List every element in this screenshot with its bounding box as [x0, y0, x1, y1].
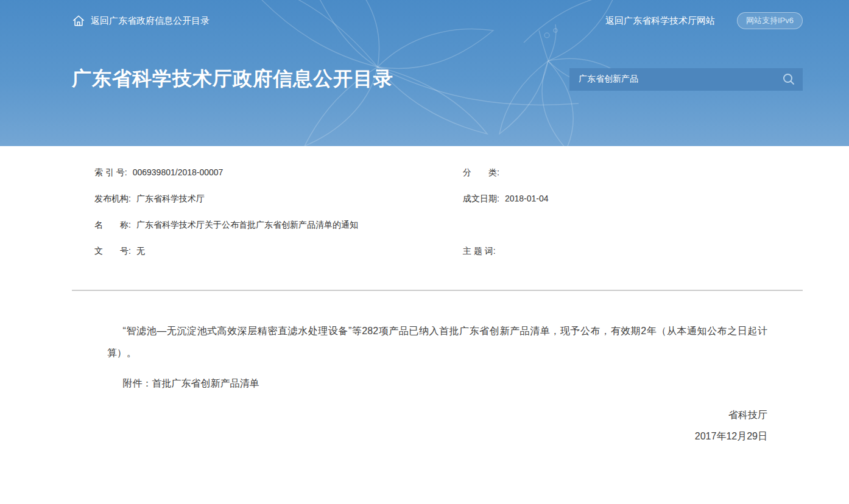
meta-row-subject-words: 主 题 词:: [463, 246, 803, 257]
signature-date: 2017年12月29日: [107, 425, 767, 447]
meta-value: 广东省科学技术厅: [136, 194, 205, 203]
search-button[interactable]: [775, 68, 803, 91]
meta-value: 006939801/2018-00007: [133, 167, 224, 177]
search-input[interactable]: [569, 68, 775, 91]
meta-row-doc-number: 文 号:无: [94, 246, 463, 257]
attachment-label: 附件：: [123, 378, 152, 388]
top-bar-right: 返回广东省科学技术厅网站 网站支持IPv6: [605, 12, 803, 29]
meta-row-category: 分 类:: [463, 167, 803, 178]
meta-row-index-number: 索 引 号:006939801/2018-00007: [94, 167, 463, 178]
meta-table: 索 引 号:006939801/2018-00007 分 类: 发布机构:广东省…: [72, 159, 803, 264]
document-content: 索 引 号:006939801/2018-00007 分 类: 发布机构:广东省…: [72, 146, 803, 447]
home-icon: [72, 14, 85, 27]
page-header: 返回广东省政府信息公开目录 返回广东省科学技术厅网站 网站支持IPv6 广东省科…: [0, 0, 849, 146]
meta-label: 成文日期:: [463, 194, 499, 203]
signature-org: 省科技厅: [107, 404, 767, 425]
meta-value: 2018-01-04: [505, 194, 549, 203]
back-dept-link[interactable]: 返回广东省科学技术厅网站: [605, 15, 715, 27]
top-bar: 返回广东省政府信息公开目录 返回广东省科学技术厅网站 网站支持IPv6: [72, 0, 803, 29]
meta-label: 索 引 号:: [94, 167, 127, 177]
meta-label: 主 题 词:: [463, 246, 496, 256]
meta-row-issue-date: 成文日期:2018-01-04: [463, 194, 803, 205]
back-gov-link[interactable]: 返回广东省政府信息公开目录: [72, 14, 210, 27]
meta-value: 无: [136, 246, 145, 256]
meta-label: 名 称:: [94, 220, 131, 229]
attachment-line: 附件：首批广东省创新产品清单: [107, 373, 767, 394]
section-divider: [72, 290, 803, 291]
meta-row-issuing-agency: 发布机构:广东省科学技术厅: [94, 194, 463, 205]
meta-label: 文 号:: [94, 246, 131, 256]
page-title: 广东省科学技术厅政府信息公开目录: [72, 66, 393, 93]
meta-label: 分 类:: [463, 167, 499, 177]
header-main: 广东省科学技术厅政府信息公开目录: [72, 66, 803, 93]
back-gov-label: 返回广东省政府信息公开目录: [91, 15, 210, 27]
notice-paragraph: “智滤池—无沉淀池式高效深层精密直滤水处理设备”等282项产品已纳入首批广东省创…: [107, 320, 767, 364]
ipv6-badge[interactable]: 网站支持IPv6: [737, 12, 803, 29]
search-box: [569, 68, 803, 91]
search-icon: [782, 72, 795, 86]
attachment-link[interactable]: 首批广东省创新产品清单: [152, 378, 259, 388]
notice-article: “智滤池—无沉淀池式高效深层精密直滤水处理设备”等282项产品已纳入首批广东省创…: [72, 320, 803, 447]
meta-label: 发布机构:: [94, 194, 131, 203]
meta-row-title: 名 称:广东省科学技术厅关于公布首批广东省创新产品清单的通知: [94, 220, 463, 231]
page: 返回广东省政府信息公开目录 返回广东省科学技术厅网站 网站支持IPv6 广东省科…: [0, 0, 849, 447]
meta-value: 广东省科学技术厅关于公布首批广东省创新产品清单的通知: [136, 220, 358, 229]
signature-block: 省科技厅 2017年12月29日: [107, 404, 767, 447]
